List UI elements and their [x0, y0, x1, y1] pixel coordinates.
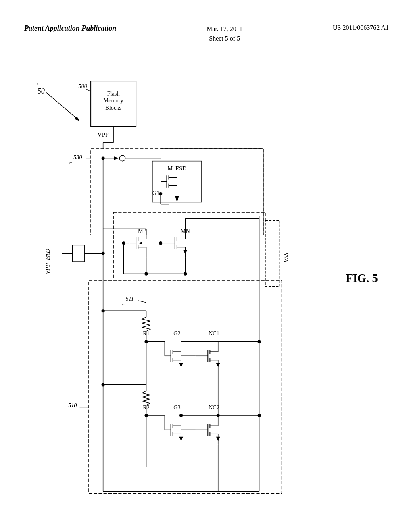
svg-text:⌐: ⌐	[122, 301, 125, 307]
vpp-label: VPP	[98, 131, 109, 138]
flash-memory-box	[91, 81, 136, 126]
svg-point-111	[159, 241, 162, 245]
patent-number: US 2011/0063762 A1	[333, 24, 389, 31]
vss-box	[265, 220, 280, 286]
ref-510: 510	[68, 402, 77, 409]
date-label: Mar. 17, 2011	[206, 25, 242, 32]
svg-line-1	[86, 89, 91, 91]
ref-511: 511	[126, 295, 134, 302]
svg-text:⌐: ⌐	[65, 408, 67, 414]
vss-label: VSS	[282, 252, 289, 262]
publication-label: Patent Application Publication	[24, 24, 116, 33]
page-header: Patent Application Publication Mar. 17, …	[0, 24, 413, 44]
g1-label: G1	[152, 190, 159, 196]
svg-text:⌐: ⌐	[69, 160, 72, 166]
g3-label: G3	[173, 404, 180, 411]
g3-arrow	[179, 437, 183, 441]
bubble-symbol	[119, 155, 125, 161]
vpp-pad-label: VPP_PAD	[44, 249, 51, 274]
flash-label-1: Flash	[107, 90, 120, 97]
nc2-arrow	[216, 437, 220, 441]
mn-arrow	[183, 250, 187, 254]
svg-text:⌐: ⌐	[37, 80, 40, 86]
ref-50: 50	[38, 87, 45, 95]
date-sheet-info: Mar. 17, 2011 Sheet 5 of 5	[206, 24, 242, 44]
g2-arrow	[179, 363, 183, 367]
sheet-label: Sheet 5 of 5	[209, 35, 240, 42]
flash-label-2: Memory	[104, 97, 124, 104]
nc1-label: NC1	[209, 330, 219, 337]
g2-label: G2	[173, 330, 180, 337]
ref-50-arrow	[46, 93, 78, 120]
vpp-pad-box	[72, 245, 85, 262]
box-510	[89, 280, 282, 493]
mp-arrow	[138, 242, 142, 244]
svg-line-41	[138, 301, 146, 303]
circuit-diagram: 50 ⌐ Flash Memory Blocks 500 VPP 530 ⌐ M…	[20, 56, 383, 508]
ref-530: 530	[73, 154, 82, 160]
ref-500: 500	[79, 83, 87, 89]
fig-label: FIG. 5	[346, 272, 378, 285]
nc1-arrow	[216, 363, 220, 367]
flash-label-3: Blocks	[105, 104, 121, 111]
